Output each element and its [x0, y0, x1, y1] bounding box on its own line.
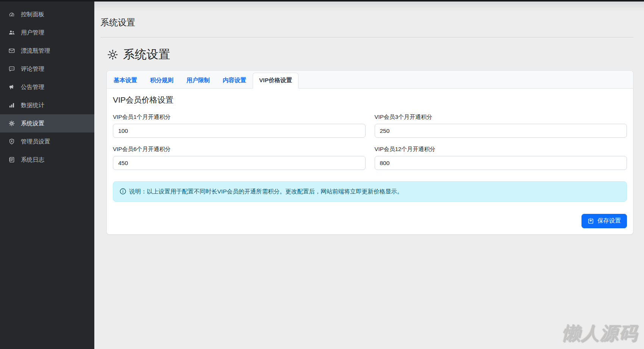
sidebar-item-bottles[interactable]: 漂流瓶管理 — [0, 42, 94, 60]
info-alert-text: 说明：以上设置用于配置不同时长VIP会员的开通所需积分。更改配置后，网站前端将立… — [129, 187, 403, 196]
tab-panel-vip-price: VIP会员价格设置 VIP会员1个月开通积分 VIP会员3个月开通积分 VIP会… — [107, 89, 633, 234]
section-heading: 系统设置 — [106, 47, 633, 62]
vip-price-form: VIP会员1个月开通积分 VIP会员3个月开通积分 VIP会员6个月开通积分 V… — [113, 114, 627, 170]
save-button-label: 保存设置 — [597, 217, 621, 225]
field-label: VIP会员1个月开通积分 — [113, 114, 366, 121]
field-label: VIP会员6个月开通积分 — [113, 146, 366, 153]
sidebar: 控制面板 用户管理 漂流瓶管理 — [0, 0, 94, 349]
vip-6-month-input[interactable] — [113, 156, 366, 170]
tab-vip-price-settings[interactable]: VIP价格设置 — [253, 73, 299, 89]
sidebar-item-dashboard[interactable]: 控制面板 — [0, 5, 94, 23]
vip-3-month-input[interactable] — [375, 124, 627, 138]
settings-card: 基本设置 积分规则 用户限制 内容设置 VIP价格设置 VIP会员价格设置 VI… — [106, 70, 633, 235]
sidebar-item-system-settings[interactable]: 系统设置 — [0, 114, 94, 132]
sidebar-item-comments[interactable]: 评论管理 — [0, 60, 94, 78]
tab-user-limits[interactable]: 用户限制 — [180, 73, 216, 89]
tab-bar: 基本设置 积分规则 用户限制 内容设置 VIP价格设置 — [107, 71, 633, 89]
field-vip-6-month: VIP会员6个月开通积分 — [113, 146, 366, 170]
sidebar-nav: 控制面板 用户管理 漂流瓶管理 — [0, 5, 94, 169]
speedometer-icon — [8, 11, 15, 18]
sidebar-item-label: 数据统计 — [21, 101, 44, 109]
tab-basic-settings[interactable]: 基本设置 — [107, 73, 144, 89]
field-vip-3-month: VIP会员3个月开通积分 — [375, 114, 627, 138]
sidebar-item-label: 控制面板 — [21, 11, 44, 19]
divider — [100, 37, 633, 37]
sidebar-item-label: 系统设置 — [21, 120, 44, 128]
info-alert: 说明：以上设置用于配置不同时长VIP会员的开通所需积分。更改配置后，网站前端将立… — [113, 181, 627, 202]
save-icon — [588, 218, 594, 224]
field-label: VIP会员3个月开通积分 — [375, 114, 627, 121]
vip-12-month-input[interactable] — [375, 156, 627, 170]
sidebar-item-label: 管理员设置 — [21, 138, 50, 146]
sidebar-item-label: 用户管理 — [21, 29, 44, 37]
tab-content-settings[interactable]: 内容设置 — [216, 73, 253, 89]
tab-points-rules[interactable]: 积分规则 — [144, 73, 180, 89]
shield-icon — [8, 138, 15, 145]
sidebar-item-system-logs[interactable]: 系统日志 — [0, 151, 94, 169]
gear-icon — [106, 48, 119, 61]
main-content: 系统设置 系统设置 基本设置 积分规则 用户限制 内容设置 VIP价格设置 VI… — [94, 0, 644, 349]
panel-heading: VIP会员价格设置 — [113, 95, 627, 105]
settings-section: 系统设置 基本设置 积分规则 用户限制 内容设置 VIP价格设置 VIP会员价格… — [106, 47, 633, 235]
field-label: VIP会员12个月开通积分 — [375, 146, 627, 153]
comment-icon — [8, 65, 15, 72]
vip-1-month-input[interactable] — [113, 124, 366, 138]
users-icon — [8, 29, 15, 36]
sidebar-item-announcements[interactable]: 公告管理 — [0, 78, 94, 96]
sidebar-item-label: 公告管理 — [21, 83, 44, 91]
actions-row: 保存设置 — [113, 214, 627, 228]
journal-icon — [8, 156, 15, 163]
section-heading-text: 系统设置 — [123, 47, 170, 62]
field-vip-1-month: VIP会员1个月开通积分 — [113, 114, 366, 138]
sidebar-item-users[interactable]: 用户管理 — [0, 23, 94, 42]
page-title: 系统设置 — [100, 0, 633, 28]
gear-icon — [8, 120, 15, 127]
bar-chart-icon — [8, 102, 15, 109]
sidebar-item-label: 评论管理 — [21, 65, 44, 73]
top-border — [0, 0, 644, 2]
sidebar-item-label: 漂流瓶管理 — [21, 47, 50, 55]
sidebar-item-statistics[interactable]: 数据统计 — [0, 96, 94, 114]
save-button[interactable]: 保存设置 — [581, 214, 627, 228]
megaphone-icon — [8, 84, 15, 90]
sidebar-item-label: 系统日志 — [21, 156, 44, 164]
info-circle-icon — [120, 188, 126, 195]
envelope-icon — [8, 47, 15, 54]
watermark: 懒人源码 — [562, 321, 638, 345]
field-vip-12-month: VIP会员12个月开通积分 — [375, 146, 627, 170]
sidebar-item-admin-settings[interactable]: 管理员设置 — [0, 132, 94, 151]
